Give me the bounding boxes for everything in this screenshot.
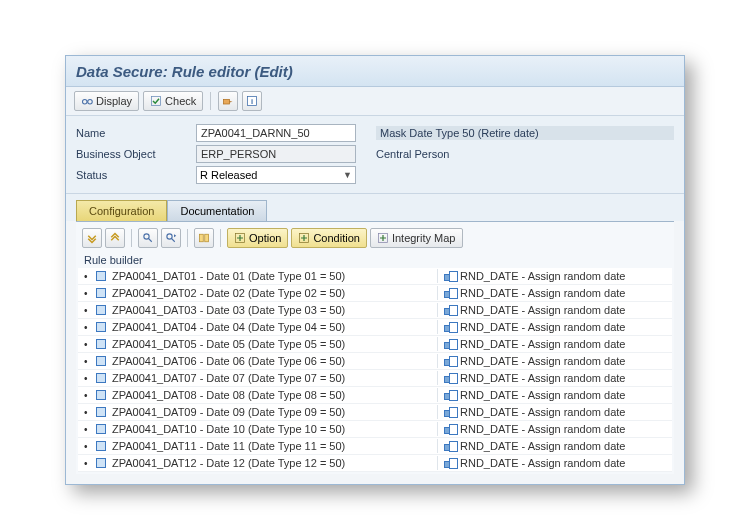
rule-assignment-text: RND_DATE - Assign random date xyxy=(460,338,625,350)
bullet-icon: • xyxy=(84,373,90,384)
rule-grid: •ZPA0041_DAT01 - Date 01 (Date Type 01 =… xyxy=(78,268,672,472)
expand-all-button[interactable] xyxy=(82,228,102,248)
rule-field-text: ZPA0041_DAT04 - Date 04 (Date Type 04 = … xyxy=(112,321,345,333)
field-icon xyxy=(96,339,106,349)
rule-row[interactable]: •ZPA0041_DAT02 - Date 02 (Date Type 02 =… xyxy=(78,285,672,302)
plus-icon xyxy=(377,232,389,244)
rule-row[interactable]: •ZPA0041_DAT11 - Date 11 (Date Type 11 =… xyxy=(78,438,672,455)
rule-row[interactable]: •ZPA0041_DAT05 - Date 05 (Date Type 05 =… xyxy=(78,336,672,353)
field-icon xyxy=(96,373,106,383)
find-next-button[interactable] xyxy=(161,228,181,248)
rule-assignment-text: RND_DATE - Assign random date xyxy=(460,270,625,282)
business-object-description: Central Person xyxy=(376,148,674,160)
tab-configuration[interactable]: Configuration xyxy=(76,200,167,221)
assign-icon xyxy=(444,390,456,400)
divider xyxy=(220,229,221,247)
bullet-icon: • xyxy=(84,407,90,418)
inner-toolbar: Option Condition Integrity Map xyxy=(78,224,672,252)
plus-icon xyxy=(298,232,310,244)
layout-button[interactable] xyxy=(194,228,214,248)
rule-row[interactable]: •ZPA0041_DAT03 - Date 03 (Date Type 03 =… xyxy=(78,302,672,319)
field-icon xyxy=(96,322,106,332)
name-field[interactable] xyxy=(196,124,356,142)
rule-assignment-text: RND_DATE - Assign random date xyxy=(460,406,625,418)
tab-content: Option Condition Integrity Map Rule buil… xyxy=(76,221,674,474)
rule-field-text: ZPA0041_DAT07 - Date 07 (Date Type 07 = … xyxy=(112,372,345,384)
rule-row[interactable]: •ZPA0041_DAT09 - Date 09 (Date Type 09 =… xyxy=(78,404,672,421)
assign-icon xyxy=(444,373,456,383)
field-icon xyxy=(96,356,106,366)
bullet-icon: • xyxy=(84,271,90,282)
svg-point-1 xyxy=(88,100,93,105)
add-option-button[interactable]: Option xyxy=(227,228,288,248)
main-toolbar: Display Check i xyxy=(66,87,684,116)
bullet-icon: • xyxy=(84,305,90,316)
field-icon xyxy=(96,407,106,417)
rule-row[interactable]: •ZPA0041_DAT07 - Date 07 (Date Type 07 =… xyxy=(78,370,672,387)
rule-field-text: ZPA0041_DAT06 - Date 06 (Date Type 06 = … xyxy=(112,355,345,367)
bullet-icon: • xyxy=(84,441,90,452)
rule-left-cell: •ZPA0041_DAT09 - Date 09 (Date Type 09 =… xyxy=(78,405,438,419)
rule-row[interactable]: •ZPA0041_DAT08 - Date 08 (Date Type 08 =… xyxy=(78,387,672,404)
svg-rect-8 xyxy=(200,234,204,242)
find-button[interactable] xyxy=(138,228,158,248)
rule-editor-window: Data Secure: Rule editor (Edit) Display … xyxy=(65,55,685,485)
rule-field-text: ZPA0041_DAT03 - Date 03 (Date Type 03 = … xyxy=(112,304,345,316)
check-label: Check xyxy=(165,95,196,107)
rule-right-cell: RND_DATE - Assign random date xyxy=(438,269,672,283)
divider xyxy=(210,92,211,110)
rule-right-cell: RND_DATE - Assign random date xyxy=(438,422,672,436)
rule-row[interactable]: •ZPA0041_DAT12 - Date 12 (Date Type 12 =… xyxy=(78,455,672,472)
tab-documentation[interactable]: Documentation xyxy=(167,200,267,221)
option-label: Option xyxy=(249,232,281,244)
rule-row[interactable]: •ZPA0041_DAT10 - Date 10 (Date Type 10 =… xyxy=(78,421,672,438)
bullet-icon: • xyxy=(84,288,90,299)
rule-right-cell: RND_DATE - Assign random date xyxy=(438,439,672,453)
field-icon xyxy=(96,441,106,451)
status-dropdown[interactable]: R Released ▼ xyxy=(196,166,356,184)
add-integrity-map-button[interactable]: Integrity Map xyxy=(370,228,463,248)
rule-left-cell: •ZPA0041_DAT02 - Date 02 (Date Type 02 =… xyxy=(78,286,438,300)
rule-row[interactable]: •ZPA0041_DAT06 - Date 06 (Date Type 06 =… xyxy=(78,353,672,370)
bullet-icon: • xyxy=(84,356,90,367)
svg-text:i: i xyxy=(251,97,253,106)
plus-icon xyxy=(234,232,246,244)
assign-icon xyxy=(444,458,456,468)
svg-point-7 xyxy=(167,234,172,239)
rule-right-cell: RND_DATE - Assign random date xyxy=(438,320,672,334)
info-button[interactable]: i xyxy=(242,91,262,111)
rule-left-cell: •ZPA0041_DAT05 - Date 05 (Date Type 05 =… xyxy=(78,337,438,351)
business-object-field[interactable] xyxy=(196,145,356,163)
assign-icon xyxy=(444,441,456,451)
transport-icon xyxy=(222,95,234,107)
rule-assignment-text: RND_DATE - Assign random date xyxy=(460,423,625,435)
rule-row[interactable]: •ZPA0041_DAT04 - Date 04 (Date Type 04 =… xyxy=(78,319,672,336)
bullet-icon: • xyxy=(84,339,90,350)
transport-button[interactable] xyxy=(218,91,238,111)
rule-right-cell: RND_DATE - Assign random date xyxy=(438,405,672,419)
add-condition-button[interactable]: Condition xyxy=(291,228,366,248)
rule-assignment-text: RND_DATE - Assign random date xyxy=(460,389,625,401)
info-icon: i xyxy=(246,95,258,107)
chevron-down-icon: ▼ xyxy=(343,170,352,180)
rule-assignment-text: RND_DATE - Assign random date xyxy=(460,321,625,333)
rule-field-text: ZPA0041_DAT10 - Date 10 (Date Type 10 = … xyxy=(112,423,345,435)
rule-left-cell: •ZPA0041_DAT06 - Date 06 (Date Type 06 =… xyxy=(78,354,438,368)
find-next-icon xyxy=(165,232,177,244)
tabstrip: Configuration Documentation xyxy=(66,194,684,221)
display-button[interactable]: Display xyxy=(74,91,139,111)
rule-field-text: ZPA0041_DAT09 - Date 09 (Date Type 09 = … xyxy=(112,406,345,418)
name-description: Mask Date Type 50 (Retire date) xyxy=(376,126,674,140)
rule-assignment-text: RND_DATE - Assign random date xyxy=(460,287,625,299)
condition-label: Condition xyxy=(313,232,359,244)
rule-row[interactable]: •ZPA0041_DAT01 - Date 01 (Date Type 01 =… xyxy=(78,268,672,285)
collapse-all-button[interactable] xyxy=(105,228,125,248)
check-button[interactable]: Check xyxy=(143,91,203,111)
rule-left-cell: •ZPA0041_DAT07 - Date 07 (Date Type 07 =… xyxy=(78,371,438,385)
collapse-up-icon xyxy=(109,232,121,244)
integrity-label: Integrity Map xyxy=(392,232,456,244)
assign-icon xyxy=(444,356,456,366)
rule-right-cell: RND_DATE - Assign random date xyxy=(438,371,672,385)
field-icon xyxy=(96,390,106,400)
rule-field-text: ZPA0041_DAT08 - Date 08 (Date Type 08 = … xyxy=(112,389,345,401)
